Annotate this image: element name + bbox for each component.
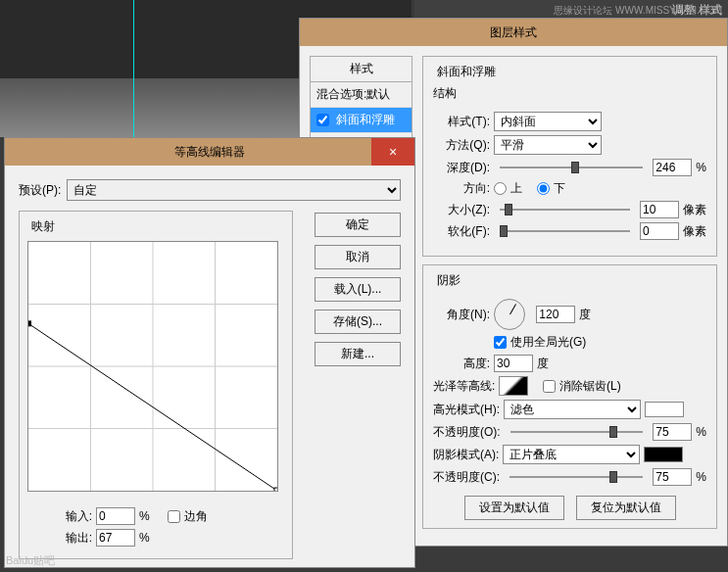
- new-button[interactable]: 新建...: [315, 342, 401, 366]
- technique-label: 方法(Q):: [433, 137, 490, 154]
- highlight-mode-label: 高光模式(H):: [433, 402, 500, 418]
- styles-header: 样式: [311, 57, 412, 82]
- gloss-label: 光泽等高线:: [433, 378, 495, 395]
- angle-label: 角度(N):: [433, 307, 490, 323]
- size-slider[interactable]: [500, 202, 630, 217]
- antialias-checkbox[interactable]: [543, 380, 556, 393]
- set-default-button[interactable]: 设置为默认值: [464, 496, 564, 520]
- bevel-emboss-label: 斜面和浮雕: [336, 113, 395, 126]
- footer-watermark: Baidu贴吧: [6, 553, 55, 568]
- blending-options-item[interactable]: 混合选项:默认: [311, 82, 412, 108]
- soften-label: 软化(F):: [433, 223, 490, 240]
- input-value[interactable]: [96, 507, 135, 525]
- contour-graph[interactable]: [27, 241, 278, 492]
- shadow-opacity-slider[interactable]: [510, 469, 643, 485]
- ok-button[interactable]: 确定: [315, 213, 401, 237]
- layer-style-title[interactable]: 图层样式: [300, 19, 727, 46]
- technique-select[interactable]: 平滑: [494, 135, 602, 155]
- direction-up-radio[interactable]: [494, 182, 507, 195]
- save-button[interactable]: 存储(S)...: [315, 310, 401, 334]
- bevel-section-legend: 斜面和浮雕: [433, 64, 500, 80]
- depth-label: 深度(D):: [433, 160, 490, 176]
- soften-slider[interactable]: [500, 223, 630, 239]
- contour-editor-title[interactable]: 等高线编辑器 ×: [5, 138, 414, 166]
- load-button[interactable]: 载入(L)...: [315, 277, 401, 302]
- angle-input[interactable]: [536, 306, 575, 323]
- watermark: 思缘设计论坛 WWW.MISSYUAN.COM: [554, 4, 722, 18]
- depth-input[interactable]: [653, 159, 692, 176]
- style-label: 样式(T):: [433, 114, 490, 130]
- global-light-checkbox[interactable]: [494, 336, 507, 349]
- direction-down-radio[interactable]: [537, 182, 550, 195]
- altitude-label: 高度:: [433, 356, 490, 372]
- input-label: 输入:: [57, 508, 92, 525]
- shadow-opacity-input[interactable]: [653, 468, 692, 486]
- preset-select[interactable]: 自定: [67, 179, 401, 201]
- highlight-color-swatch[interactable]: [645, 402, 684, 417]
- corner-checkbox[interactable]: [168, 510, 180, 523]
- contour-editor-dialog: 等高线编辑器 × 预设(P): 自定 映射 输入:%: [4, 137, 415, 568]
- size-input[interactable]: [640, 201, 679, 218]
- direction-label: 方向:: [433, 180, 490, 197]
- percent-label: %: [696, 161, 706, 174]
- preset-label: 预设(P):: [19, 182, 61, 199]
- style-select[interactable]: 内斜面: [494, 112, 602, 131]
- output-value[interactable]: [96, 529, 135, 547]
- reset-default-button[interactable]: 复位为默认值: [576, 496, 676, 520]
- bevel-emboss-checkbox[interactable]: [316, 114, 329, 126]
- highlight-opacity-input[interactable]: [653, 423, 692, 441]
- highlight-mode-select[interactable]: 滤色: [504, 400, 641, 419]
- shadow-color-swatch[interactable]: [644, 447, 683, 462]
- structure-legend: 结构: [429, 85, 461, 102]
- angle-dial[interactable]: [494, 299, 525, 330]
- shadow-mode-label: 阴影模式(A):: [433, 447, 499, 463]
- gloss-contour-swatch[interactable]: [499, 376, 528, 396]
- cancel-button[interactable]: 取消: [315, 245, 401, 269]
- size-label: 大小(Z):: [433, 202, 490, 218]
- altitude-input[interactable]: [494, 355, 533, 372]
- shadow-mode-select[interactable]: 正片叠底: [503, 445, 640, 464]
- curve-point[interactable]: [28, 320, 31, 326]
- output-label: 输出:: [57, 530, 92, 547]
- mapping-legend: 映射: [27, 218, 59, 235]
- highlight-opacity-slider[interactable]: [510, 424, 644, 440]
- bevel-emboss-item[interactable]: 斜面和浮雕: [311, 108, 412, 133]
- curve-point[interactable]: [274, 488, 277, 491]
- soften-input[interactable]: [640, 222, 679, 240]
- shadow-opacity-label: 不透明度(C):: [433, 469, 500, 486]
- shading-legend: 阴影: [433, 272, 464, 289]
- depth-slider[interactable]: [500, 160, 643, 175]
- highlight-opacity-label: 不透明度(O):: [433, 424, 501, 441]
- close-icon[interactable]: ×: [371, 138, 414, 166]
